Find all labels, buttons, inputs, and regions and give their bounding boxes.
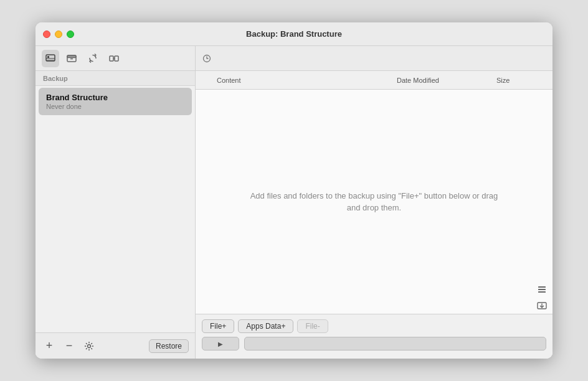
svg-rect-12 xyxy=(538,286,546,288)
archive-toolbar-icon[interactable] xyxy=(63,50,80,67)
svg-rect-8 xyxy=(115,56,118,61)
svg-rect-13 xyxy=(538,289,546,290)
add-backup-button[interactable]: + xyxy=(42,339,57,354)
list-view-icon[interactable] xyxy=(535,283,549,296)
right-panel-wrapper: Content Date Modified Size Add files and… xyxy=(196,71,552,359)
empty-message: Add files and folders to the backup usin… xyxy=(250,190,499,214)
toolbar-left xyxy=(36,46,196,70)
download-icon[interactable] xyxy=(535,299,549,313)
svg-rect-14 xyxy=(538,291,546,293)
col-header-date: Date Modified xyxy=(397,77,496,84)
column-headers: Content Date Modified Size xyxy=(196,71,552,90)
minimize-button[interactable] xyxy=(55,31,62,38)
progress-row: ▶ xyxy=(202,337,546,350)
file-remove-button[interactable]: File- xyxy=(297,319,328,333)
file-add-button[interactable]: File+ xyxy=(202,319,234,333)
play-button[interactable]: ▶ xyxy=(202,337,239,350)
traffic-lights xyxy=(43,31,74,38)
bottom-buttons: File+ Apps Data+ File- xyxy=(202,319,546,333)
sidebar-item-subtitle: Never done xyxy=(46,103,184,110)
sidebar-header: Backup xyxy=(36,71,195,86)
svg-rect-1 xyxy=(47,56,49,58)
bottom-bar: File+ Apps Data+ File- ▶ xyxy=(196,314,552,359)
toolbar xyxy=(36,46,552,71)
sidebar: Backup Brand Structure Never done + − Re… xyxy=(36,71,196,359)
restore-button[interactable]: Restore xyxy=(149,339,189,353)
play-icon: ▶ xyxy=(218,341,223,347)
col-header-size: Size xyxy=(496,77,546,84)
refresh-toolbar-icon[interactable] xyxy=(201,52,213,65)
backup-toolbar-icon[interactable] xyxy=(42,50,59,67)
sidebar-item-brand-structure[interactable]: Brand Structure Never done xyxy=(39,88,192,115)
compare-toolbar-icon[interactable] xyxy=(105,50,123,67)
sidebar-footer: + − Restore xyxy=(36,332,195,359)
svg-point-11 xyxy=(88,344,91,347)
apps-data-button[interactable]: Apps Data+ xyxy=(238,319,293,333)
window-title: Backup: Brand Structure xyxy=(246,29,342,39)
main-content: Backup Brand Structure Never done + − Re… xyxy=(36,71,552,359)
svg-rect-7 xyxy=(110,56,113,61)
right-panel: Content Date Modified Size Add files and… xyxy=(196,71,552,359)
sync-toolbar-icon[interactable] xyxy=(84,50,102,67)
svg-rect-5 xyxy=(67,55,76,58)
titlebar: Backup: Brand Structure xyxy=(36,22,552,46)
sidebar-spacer xyxy=(36,117,195,332)
main-window: Backup: Brand Structure xyxy=(36,22,552,359)
sidebar-item-title: Brand Structure xyxy=(46,93,184,102)
progress-bar xyxy=(244,337,546,350)
content-area: Add files and folders to the backup usin… xyxy=(196,90,552,314)
remove-backup-button[interactable]: − xyxy=(62,339,77,354)
toolbar-right xyxy=(196,46,218,70)
close-button[interactable] xyxy=(43,31,50,38)
settings-button[interactable] xyxy=(82,339,97,354)
side-icons xyxy=(535,283,549,313)
maximize-button[interactable] xyxy=(67,31,74,38)
col-header-content: Content xyxy=(217,77,397,84)
